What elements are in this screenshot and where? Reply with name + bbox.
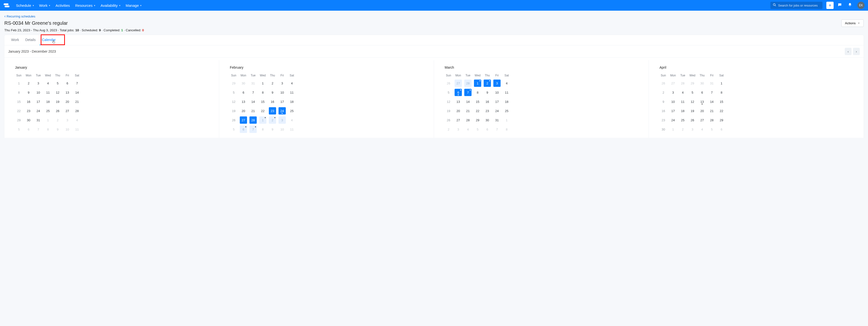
- calendar-cell[interactable]: 11: [502, 88, 512, 97]
- calendar-cell[interactable]: 28: [463, 115, 473, 125]
- calendar-cell[interactable]: 5: [444, 88, 454, 97]
- calendar-cell[interactable]: 15: [258, 97, 268, 106]
- calendar-cell[interactable]: 10: [33, 88, 43, 97]
- prev-page-button[interactable]: ‹: [845, 48, 851, 55]
- calendar-cell[interactable]: 13: [697, 97, 707, 106]
- calendar-cell[interactable]: 10: [62, 125, 72, 134]
- calendar-cell[interactable]: 1: [43, 115, 53, 125]
- calendar-cell[interactable]: 28: [707, 115, 717, 125]
- calendar-cell[interactable]: 28: [248, 115, 258, 125]
- calendar-cell[interactable]: 6: [24, 125, 33, 134]
- calendar-cell[interactable]: 11: [287, 125, 297, 134]
- calendar-cell[interactable]: 7: [463, 88, 473, 97]
- calendar-cell[interactable]: 24: [277, 106, 287, 115]
- calendar-cell[interactable]: 29: [688, 79, 697, 88]
- calendar-cell[interactable]: 16: [268, 97, 277, 106]
- nav-item-availability[interactable]: Availability▾: [98, 2, 123, 9]
- calendar-cell[interactable]: 9: [53, 125, 62, 134]
- calendar-cell[interactable]: 18: [678, 106, 688, 115]
- calendar-cell[interactable]: 6: [239, 88, 248, 97]
- calendar-cell[interactable]: 30: [658, 125, 668, 134]
- calendar-cell[interactable]: 6: [62, 79, 72, 88]
- calendar-cell[interactable]: 6: [454, 88, 463, 97]
- calendar-cell[interactable]: 27: [239, 115, 248, 125]
- calendar-cell[interactable]: 9: [268, 125, 277, 134]
- calendar-cell[interactable]: 28: [72, 106, 82, 115]
- calendar-cell[interactable]: 9: [483, 88, 492, 97]
- nav-item-schedule[interactable]: Schedule▾: [13, 2, 36, 9]
- calendar-cell[interactable]: 4: [697, 125, 707, 134]
- calendar-cell[interactable]: 5: [473, 125, 483, 134]
- calendar-cell[interactable]: 27: [454, 79, 463, 88]
- nav-item-resources[interactable]: Resources▾: [73, 2, 98, 9]
- calendar-cell[interactable]: 19: [444, 106, 454, 115]
- calendar-cell[interactable]: 10: [277, 88, 287, 97]
- breadcrumb-link[interactable]: ‹ Recurring schedules: [4, 14, 864, 19]
- calendar-cell[interactable]: 6: [717, 125, 726, 134]
- calendar-cell[interactable]: 25: [43, 106, 53, 115]
- calendar-cell[interactable]: 31: [248, 79, 258, 88]
- calendar-cell[interactable]: 8: [473, 88, 483, 97]
- calendar-cell[interactable]: 17: [277, 97, 287, 106]
- calendar-cell[interactable]: 1: [14, 79, 24, 88]
- calendar-cell[interactable]: 5: [53, 79, 62, 88]
- nav-item-activities[interactable]: Activities: [53, 2, 72, 9]
- calendar-cell[interactable]: 7: [248, 88, 258, 97]
- calendar-cell[interactable]: 30: [697, 79, 707, 88]
- calendar-cell[interactable]: 30: [483, 115, 492, 125]
- calendar-cell[interactable]: 22: [258, 106, 268, 115]
- calendar-cell[interactable]: 4: [502, 79, 512, 88]
- next-page-button[interactable]: ›: [853, 48, 860, 55]
- calendar-cell[interactable]: 9: [24, 88, 33, 97]
- calendar-cell[interactable]: 22: [14, 106, 24, 115]
- calendar-cell[interactable]: 5: [688, 88, 697, 97]
- calendar-cell[interactable]: 2: [658, 88, 668, 97]
- calendar-cell[interactable]: 3: [277, 115, 287, 125]
- calendar-cell[interactable]: 19: [53, 97, 62, 106]
- tab-details[interactable]: Details: [23, 35, 38, 45]
- calendar-cell[interactable]: 26: [658, 79, 668, 88]
- calendar-cell[interactable]: 1: [502, 115, 512, 125]
- calendar-cell[interactable]: 28: [678, 79, 688, 88]
- calendar-cell[interactable]: 9: [268, 88, 277, 97]
- calendar-cell[interactable]: 11: [72, 125, 82, 134]
- actions-button[interactable]: Actions: [841, 20, 864, 27]
- calendar-cell[interactable]: 21: [463, 106, 473, 115]
- calendar-cell[interactable]: 25: [502, 106, 512, 115]
- calendar-cell[interactable]: 16: [24, 97, 33, 106]
- calendar-cell[interactable]: 13: [454, 97, 463, 106]
- calendar-cell[interactable]: 1: [473, 79, 483, 88]
- calendar-cell[interactable]: 31: [33, 115, 43, 125]
- calendar-cell[interactable]: 28: [463, 79, 473, 88]
- calendar-cell[interactable]: 16: [483, 97, 492, 106]
- calendar-cell[interactable]: 2: [53, 115, 62, 125]
- calendar-cell[interactable]: 9: [658, 97, 668, 106]
- calendar-cell[interactable]: 5: [229, 88, 239, 97]
- calendar-cell[interactable]: 21: [72, 97, 82, 106]
- calendar-cell[interactable]: 8: [14, 88, 24, 97]
- calendar-cell[interactable]: 1: [258, 79, 268, 88]
- calendar-cell[interactable]: 18: [287, 97, 297, 106]
- calendar-cell[interactable]: 20: [239, 106, 248, 115]
- calendar-cell[interactable]: 14: [463, 97, 473, 106]
- calendar-cell[interactable]: 17: [668, 106, 678, 115]
- calendar-cell[interactable]: 3: [454, 125, 463, 134]
- calendar-cell[interactable]: 10: [668, 97, 678, 106]
- calendar-cell[interactable]: 11: [287, 88, 297, 97]
- calendar-cell[interactable]: 5: [229, 125, 239, 134]
- calendar-cell[interactable]: 23: [483, 106, 492, 115]
- calendar-cell[interactable]: 3: [668, 88, 678, 97]
- calendar-cell[interactable]: 12: [53, 88, 62, 97]
- calendar-cell[interactable]: 13: [62, 88, 72, 97]
- calendar-cell[interactable]: 8: [258, 88, 268, 97]
- calendar-cell[interactable]: 4: [678, 88, 688, 97]
- create-button[interactable]: +: [826, 2, 834, 9]
- calendar-cell[interactable]: 17: [492, 97, 502, 106]
- calendar-cell[interactable]: 27: [62, 106, 72, 115]
- calendar-cell[interactable]: 6: [697, 88, 707, 97]
- calendar-cell[interactable]: 26: [229, 115, 239, 125]
- calendar-cell[interactable]: 30: [24, 115, 33, 125]
- calendar-cell[interactable]: 22: [473, 106, 483, 115]
- calendar-cell[interactable]: 31: [492, 115, 502, 125]
- calendar-cell[interactable]: 2: [24, 79, 33, 88]
